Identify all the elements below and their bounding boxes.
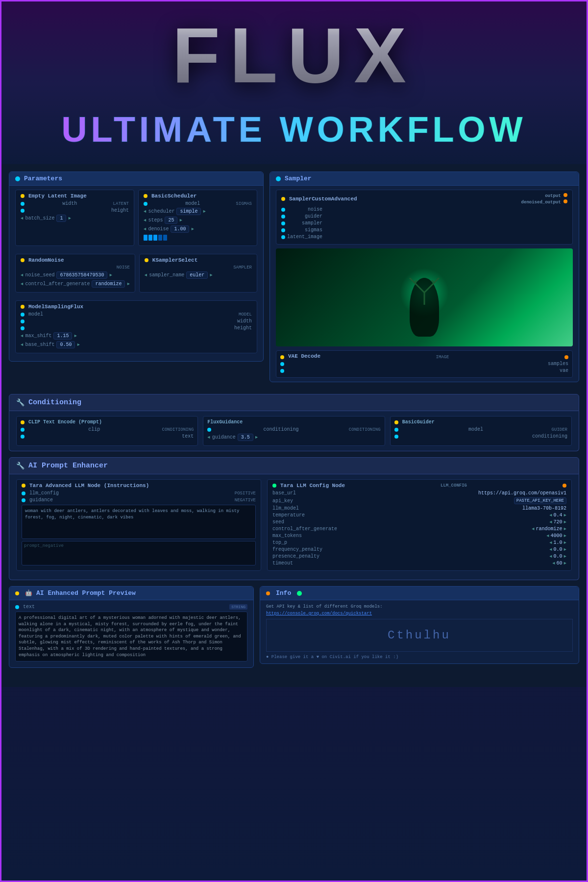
cthulhu-display: Cthulhu	[266, 619, 573, 652]
string-badge: STRING	[229, 604, 247, 610]
steps-value[interactable]: 25	[165, 217, 177, 224]
temp-right[interactable]: ►	[564, 513, 566, 518]
control-left[interactable]: ◄	[21, 282, 23, 287]
sampler-right[interactable]: ►	[210, 273, 212, 278]
negative-output: negative	[235, 498, 256, 503]
baseshift-left[interactable]: ◄	[21, 343, 23, 347]
batch-right-arrow[interactable]: ►	[68, 216, 71, 221]
baseshift-value[interactable]: 0.50	[56, 341, 75, 348]
main-content: Parameters Empty Latent Image	[1, 164, 587, 687]
seed-left[interactable]: ◄	[21, 273, 23, 278]
guider-output: GUIDER	[552, 427, 567, 432]
fp-right[interactable]: ►	[564, 547, 566, 552]
maxshift-right[interactable]: ►	[74, 334, 76, 339]
subtitle-main: ULTIMATE WORKFLOW	[1, 109, 587, 149]
preview-column: 🤖 AI Enhanced Prompt Preview text STRING…	[9, 586, 254, 674]
config-title: Tara LLM Config Node	[280, 483, 345, 489]
scheduler-left[interactable]: ◄	[144, 209, 146, 214]
seed-right[interactable]: ►	[109, 273, 112, 278]
ksampler-dot	[145, 258, 148, 262]
temp-left[interactable]: ◄	[549, 513, 552, 518]
info-body: Get API key & list of different Groq mod…	[260, 600, 579, 663]
noise-in-label: noise	[308, 207, 322, 212]
pp-left[interactable]: ◄	[549, 554, 552, 559]
control-right[interactable]: ►	[127, 282, 129, 287]
flux-width-dot	[21, 319, 24, 323]
guidance-value[interactable]: 3.5	[238, 434, 253, 441]
width-label: width	[62, 201, 77, 206]
llm-config-in-dot	[22, 491, 25, 495]
fp-left[interactable]: ◄	[549, 547, 552, 552]
sampler-custom-advanced-node: SamplerCustomAdvanced output denoised_ou…	[276, 190, 573, 245]
seed-value[interactable]: 678635758479530	[56, 271, 107, 279]
to-right[interactable]: ►	[564, 561, 566, 566]
maxshift-left[interactable]: ◄	[21, 334, 23, 339]
batch-value[interactable]: 1	[56, 215, 66, 222]
maxshift-value[interactable]: 1.15	[53, 332, 72, 340]
config-output: llm_config	[441, 483, 467, 488]
ctl-left[interactable]: ◄	[532, 527, 534, 532]
sampler-adv-title: SamplerCustomAdvanced	[289, 196, 357, 202]
mt-left[interactable]: ◄	[546, 534, 549, 539]
cfg-seed-left[interactable]: ◄	[549, 520, 552, 525]
scheduler-value[interactable]: simple	[176, 208, 201, 215]
info-header: Info	[260, 587, 579, 600]
api-key-val[interactable]: PASTE_API_KEY_HERE	[514, 497, 566, 504]
base-url-key: base_url	[272, 490, 296, 496]
vae-image-output: IMAGE	[436, 355, 449, 360]
scheduler-right[interactable]: ►	[203, 209, 205, 214]
model-in-dot	[21, 313, 24, 317]
prompt-textarea[interactable]: woman with deer antlers, antlers decorat…	[22, 505, 256, 539]
ctl-right[interactable]: ►	[564, 527, 566, 532]
model-sampling-title: ModelSamplingFlux	[28, 304, 83, 310]
guidance-right[interactable]: ►	[255, 435, 258, 440]
pp-right[interactable]: ►	[564, 554, 566, 559]
baseshift-right[interactable]: ►	[77, 343, 79, 347]
noise-in-dot	[281, 208, 285, 212]
guidance-in-label: guidance	[29, 497, 53, 503]
conditioning-wrench-icon: 🔧	[16, 398, 24, 407]
negative-prompt-textarea[interactable]: prompt_negative	[22, 541, 256, 565]
parameters-title: Parameters	[24, 175, 62, 182]
flux-guidance-title: FluxGuidance	[207, 419, 380, 425]
info-link[interactable]: https://console.groq.com/docs/quickstart	[266, 611, 573, 616]
denoise-right[interactable]: ►	[191, 227, 194, 232]
batch-left-arrow[interactable]: ◄	[21, 216, 23, 221]
guidance-left[interactable]: ◄	[207, 435, 210, 440]
sampler-panel-header: Sampler	[270, 172, 579, 186]
config-api-key: api_key PASTE_API_KEY_HERE	[272, 497, 566, 504]
width-connector	[21, 202, 24, 206]
latent-in-label: latent_image	[287, 234, 322, 240]
sampler-title: Sampler	[285, 175, 312, 182]
denoise-value[interactable]: 1.00	[171, 225, 189, 233]
info-column: Info Get API key & list of different Gro…	[260, 586, 579, 674]
noise-title: RandomNoise	[28, 257, 64, 263]
cfg-seed-right[interactable]: ►	[564, 520, 566, 525]
freq-pen-key: frequency_penalty	[272, 547, 322, 552]
denoise-left[interactable]: ◄	[144, 227, 146, 232]
control-value[interactable]: randomize	[92, 280, 125, 288]
sampler-left[interactable]: ◄	[145, 273, 147, 278]
steps-right[interactable]: ►	[179, 218, 182, 223]
sampler-panel: Sampler SamplerCustomAdvanced	[270, 172, 579, 382]
flux-height-label: height	[234, 325, 252, 331]
sampler-in-dot	[281, 221, 285, 225]
tp-right[interactable]: ►	[564, 540, 566, 545]
tara-llm-node: Tara Advanced LLM Node (Instructions) ll…	[16, 479, 261, 575]
subtitle-container: ULTIMATE WORKFLOW ULTIMATE WORKFLOW	[1, 104, 587, 164]
mt-right[interactable]: ►	[564, 534, 566, 539]
to-left[interactable]: ◄	[552, 561, 555, 566]
sampler-column: Sampler SamplerCustomAdvanced	[270, 172, 579, 388]
noise-input-row: noise	[281, 207, 322, 212]
ai-prompt-wrench-icon: 🔧	[16, 462, 24, 470]
scheduler-title: BasicScheduler	[151, 193, 196, 199]
model-connector	[144, 202, 147, 206]
info-panel: Info Get API key & list of different Gro…	[260, 586, 579, 664]
clip-in-label: clip	[88, 427, 100, 432]
guider-conditioning-dot	[394, 435, 398, 439]
tp-left[interactable]: ◄	[549, 540, 552, 545]
config-dot	[272, 484, 276, 488]
guider-input-row: guider	[281, 214, 322, 219]
sampler-name-value[interactable]: euler	[186, 271, 208, 279]
steps-left[interactable]: ◄	[144, 218, 146, 223]
